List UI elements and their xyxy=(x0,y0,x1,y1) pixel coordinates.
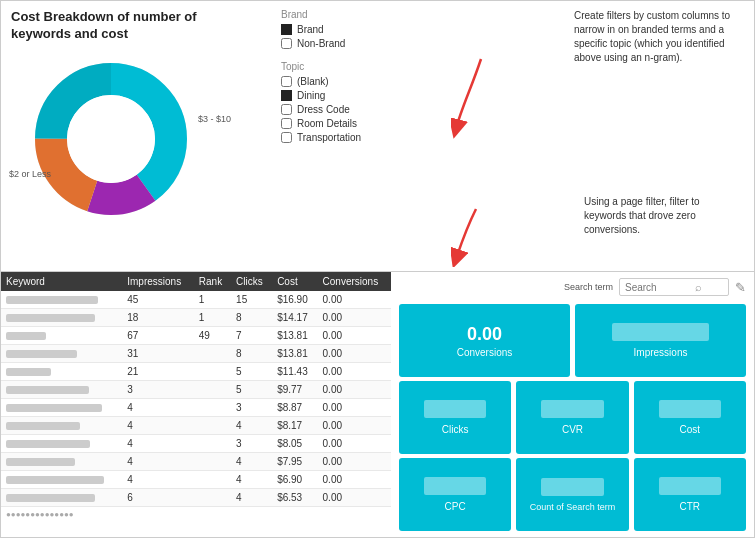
cell-impressions: 45 xyxy=(122,291,194,309)
cell-clicks: 5 xyxy=(231,363,272,381)
tile-count-search-label: Count of Search term xyxy=(530,502,616,512)
tile-cost-label: Cost xyxy=(680,424,701,435)
col-header-keyword: Keyword xyxy=(1,272,122,291)
table-row: 215$11.430.00 xyxy=(1,363,391,381)
brand-filter-section: Brand Brand Non-Brand xyxy=(281,9,441,49)
topic-transportation-checkbox[interactable] xyxy=(281,132,292,143)
search-label: Search term xyxy=(564,282,613,292)
topic-dresscode-checkbox[interactable] xyxy=(281,104,292,115)
cell-impressions: 18 xyxy=(122,309,194,327)
topic-transportation-label: Transportation xyxy=(297,132,361,143)
tile-cvr: CVR xyxy=(516,381,628,454)
cell-clicks: 3 xyxy=(231,399,272,417)
cell-rank xyxy=(194,471,231,489)
cell-cost: $6.90 xyxy=(272,471,317,489)
cell-keyword xyxy=(1,363,122,381)
cell-clicks: 4 xyxy=(231,471,272,489)
search-row: Search term ⌕ ✎ xyxy=(399,278,746,296)
cell-clicks: 8 xyxy=(231,345,272,363)
table-row: 1818$14.170.00 xyxy=(1,309,391,327)
tile-cost: Cost xyxy=(634,381,746,454)
cell-keyword xyxy=(1,453,122,471)
search-tool-icon[interactable]: ✎ xyxy=(735,280,746,295)
nonbrand-item-label: Non-Brand xyxy=(297,38,345,49)
cell-keyword xyxy=(1,309,122,327)
cell-keyword xyxy=(1,471,122,489)
tiles-row-3: CPC Count of Search term CTR xyxy=(399,458,746,531)
topic-filter-transportation[interactable]: Transportation xyxy=(281,132,441,143)
tile-cpc-blurred xyxy=(424,477,487,495)
col-header-impressions: Impressions xyxy=(122,272,194,291)
topic-dining-label: Dining xyxy=(297,90,325,101)
table-row: 318$13.810.00 xyxy=(1,345,391,363)
cell-keyword xyxy=(1,381,122,399)
search-box[interactable]: ⌕ xyxy=(619,278,729,296)
top-section: Cost Breakdown of number of keywords and… xyxy=(1,1,754,271)
cell-rank xyxy=(194,435,231,453)
cell-conversions: 0.00 xyxy=(318,435,391,453)
tile-conversions-value: 0.00 xyxy=(467,324,502,345)
cell-cost: $13.81 xyxy=(272,345,317,363)
table-row: 43$8.870.00 xyxy=(1,399,391,417)
bottom-section: Keyword Impressions Rank Clicks Cost Con… xyxy=(1,271,754,537)
cell-rank xyxy=(194,489,231,507)
brand-filter-item-nonbrand[interactable]: Non-Brand xyxy=(281,38,441,49)
brand-filter-item-brand[interactable]: Brand xyxy=(281,24,441,35)
cell-cost: $8.87 xyxy=(272,399,317,417)
chart-title: Cost Breakdown of number of keywords and… xyxy=(11,9,211,43)
topic-filter-section: Topic (Blank) Dining Dress Code Room Det… xyxy=(281,61,441,143)
cell-keyword xyxy=(1,435,122,453)
cell-cost: $13.81 xyxy=(272,327,317,345)
topic-filter-blank[interactable]: (Blank) xyxy=(281,76,441,87)
topic-filter-dresscode[interactable]: Dress Code xyxy=(281,104,441,115)
search-input[interactable] xyxy=(625,282,695,293)
tile-impressions-blurred xyxy=(612,323,710,341)
tile-impressions: Impressions xyxy=(575,304,746,377)
cell-keyword xyxy=(1,417,122,435)
table-row: 67497$13.810.00 xyxy=(1,327,391,345)
callouts-area: Create filters by custom columns to narr… xyxy=(451,9,744,267)
topic-filter-label: Topic xyxy=(281,61,441,72)
cell-impressions: 4 xyxy=(122,417,194,435)
donut-wrapper: $2 or Less $3 - $10 xyxy=(11,49,211,229)
tiles-row-1: 0.00 Conversions Impressions xyxy=(399,304,746,377)
cell-rank xyxy=(194,345,231,363)
topic-dresscode-label: Dress Code xyxy=(297,104,350,115)
tiles-area: Search term ⌕ ✎ 0.00 Conversions Impress… xyxy=(391,272,754,537)
cell-impressions: 6 xyxy=(122,489,194,507)
cell-cost: $16.90 xyxy=(272,291,317,309)
topic-filter-roomdetails[interactable]: Room Details xyxy=(281,118,441,129)
cell-conversions: 0.00 xyxy=(318,489,391,507)
cell-impressions: 4 xyxy=(122,453,194,471)
keywords-table: Keyword Impressions Rank Clicks Cost Con… xyxy=(1,272,391,507)
cell-impressions: 4 xyxy=(122,435,194,453)
cell-clicks: 5 xyxy=(231,381,272,399)
cell-keyword xyxy=(1,345,122,363)
cell-conversions: 0.00 xyxy=(318,381,391,399)
cell-conversions: 0.00 xyxy=(318,345,391,363)
callout-top: Create filters by custom columns to narr… xyxy=(574,9,744,65)
table-row: 64$6.530.00 xyxy=(1,489,391,507)
topic-dining-checkbox-filled xyxy=(281,90,292,101)
topic-roomdetails-checkbox[interactable] xyxy=(281,118,292,129)
topic-filter-dining[interactable]: Dining xyxy=(281,90,441,101)
cell-cost: $14.17 xyxy=(272,309,317,327)
cell-impressions: 4 xyxy=(122,471,194,489)
cell-rank xyxy=(194,399,231,417)
tile-conversions: 0.00 Conversions xyxy=(399,304,570,377)
cell-conversions: 0.00 xyxy=(318,453,391,471)
topic-blank-checkbox[interactable] xyxy=(281,76,292,87)
cell-conversions: 0.00 xyxy=(318,327,391,345)
cell-cost: $11.43 xyxy=(272,363,317,381)
topic-roomdetails-label: Room Details xyxy=(297,118,357,129)
cell-keyword xyxy=(1,489,122,507)
cell-cost: $7.95 xyxy=(272,453,317,471)
tile-cpc: CPC xyxy=(399,458,511,531)
main-container: Cost Breakdown of number of keywords and… xyxy=(1,1,754,537)
brand-nonbrand-checkbox[interactable] xyxy=(281,38,292,49)
tile-conversions-label: Conversions xyxy=(457,347,513,358)
cell-clicks: 8 xyxy=(231,309,272,327)
cell-conversions: 0.00 xyxy=(318,417,391,435)
cell-rank xyxy=(194,363,231,381)
cell-clicks: 15 xyxy=(231,291,272,309)
